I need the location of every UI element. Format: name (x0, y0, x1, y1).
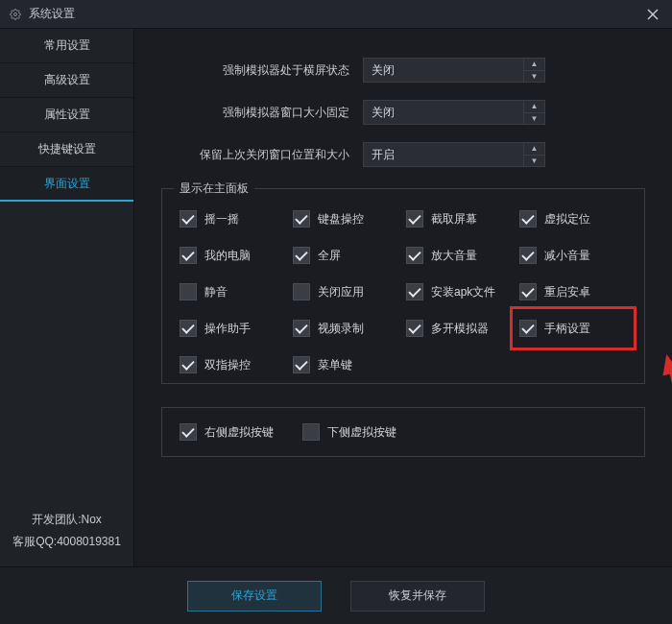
check-label: 菜单键 (318, 357, 352, 373)
chevron-down-icon[interactable]: ▼ (524, 71, 544, 83)
checkbox-icon[interactable] (180, 283, 197, 300)
landscape-value: 关闭 (372, 62, 395, 79)
check-item-2[interactable]: 截取屏幕 (406, 210, 514, 228)
check-item-1[interactable]: 键盘操控 (293, 210, 400, 228)
check-item-4[interactable]: 我的电脑 (180, 247, 287, 264)
check-item-16[interactable]: 双指操控 (180, 356, 287, 373)
sidebar-item-0[interactable]: 常用设置 (0, 29, 133, 63)
sidebar: 常用设置高级设置属性设置快捷键设置界面设置 开发团队:Nox 客服QQ:4008… (0, 29, 134, 566)
virtual-keys-fieldset: 右侧虚拟按键下侧虚拟按键 (161, 407, 645, 457)
check-label: 多开模拟器 (431, 321, 489, 337)
checkbox-icon[interactable] (519, 320, 537, 337)
titlebar: 系统设置 (0, 0, 672, 29)
gear-icon (10, 9, 21, 20)
check-label: 下侧虚拟按键 (327, 424, 396, 441)
check-label: 关闭应用 (318, 284, 364, 300)
check-label: 操作助手 (204, 321, 251, 337)
save-label: 保存设置 (231, 588, 277, 604)
check-item-8[interactable]: 静音 (180, 283, 287, 300)
row-fixed-size: 强制模拟器窗口大小固定 关闭 ▲ ▼ (161, 100, 645, 125)
save-button[interactable]: 保存设置 (187, 581, 322, 612)
footer: 保存设置 恢复并保存 (0, 566, 672, 624)
check-label: 双指操控 (204, 357, 251, 373)
checkbox-icon[interactable] (406, 210, 423, 228)
checkbox-icon[interactable] (406, 283, 423, 300)
check-item-12[interactable]: 操作助手 (180, 320, 287, 337)
check-item-5[interactable]: 全屏 (293, 247, 400, 264)
close-button[interactable] (643, 5, 662, 24)
check-label: 手柄设置 (544, 321, 590, 337)
stepper-icon[interactable]: ▲ ▼ (523, 143, 544, 166)
checkbox-icon[interactable] (180, 247, 197, 264)
check-label: 全屏 (318, 248, 341, 264)
chevron-up-icon[interactable]: ▲ (524, 101, 544, 113)
check-item-15[interactable]: 手柄设置 (519, 320, 627, 337)
svg-line-3 (667, 357, 672, 538)
checkbox-icon[interactable] (293, 356, 310, 373)
check-label: 摇一摇 (204, 211, 239, 228)
check-item-6[interactable]: 放大音量 (406, 247, 514, 264)
fixed-size-value: 关闭 (372, 105, 395, 121)
chevron-down-icon[interactable]: ▼ (524, 156, 544, 167)
checkbox-icon[interactable] (180, 423, 197, 441)
sidebar-item-3[interactable]: 快捷键设置 (0, 132, 133, 167)
window-title: 系统设置 (29, 6, 75, 22)
bottom-check-1[interactable]: 下侧虚拟按键 (302, 423, 396, 441)
check-item-13[interactable]: 视频录制 (293, 320, 400, 337)
check-label: 安装apk文件 (431, 284, 495, 300)
checkbox-icon[interactable] (293, 247, 310, 264)
check-label: 视频录制 (318, 321, 364, 337)
checkbox-icon[interactable] (180, 320, 197, 337)
check-label: 静音 (204, 284, 228, 300)
svg-point-0 (14, 12, 17, 15)
chevron-up-icon[interactable]: ▲ (524, 59, 544, 71)
bottom-check-0[interactable]: 右侧虚拟按键 (180, 423, 274, 441)
checkbox-icon[interactable] (293, 320, 310, 337)
fixed-size-label: 强制模拟器窗口大小固定 (161, 105, 363, 121)
checkbox-icon[interactable] (180, 210, 197, 228)
check-label: 放大音量 (431, 248, 477, 264)
check-label: 右侧虚拟按键 (204, 424, 274, 441)
support-qq-label: 客服QQ:4008019381 (8, 531, 126, 553)
checkbox-icon[interactable] (293, 210, 310, 228)
row-remember-pos: 保留上次关闭窗口位置和大小 开启 ▲ ▼ (161, 142, 645, 167)
check-item-17[interactable]: 菜单键 (293, 356, 400, 373)
check-item-3[interactable]: 虚拟定位 (519, 210, 627, 228)
dev-team-label: 开发团队:Nox (8, 509, 126, 531)
checkbox-icon[interactable] (519, 210, 537, 228)
checkbox-icon[interactable] (406, 320, 423, 337)
chevron-down-icon[interactable]: ▼ (524, 113, 544, 125)
check-item-7[interactable]: 减小音量 (519, 247, 627, 264)
fieldset-legend: 显示在主面板 (174, 180, 254, 197)
checkbox-icon[interactable] (302, 423, 320, 441)
check-item-10[interactable]: 安装apk文件 (406, 283, 514, 300)
check-item-9[interactable]: 关闭应用 (293, 283, 400, 300)
check-label: 键盘操控 (318, 211, 364, 228)
checkbox-icon[interactable] (293, 283, 310, 300)
stepper-icon[interactable]: ▲ ▼ (523, 101, 544, 124)
checkbox-icon[interactable] (519, 283, 537, 300)
restore-button[interactable]: 恢复并保存 (350, 581, 485, 612)
restore-label: 恢复并保存 (389, 588, 446, 604)
main-panel-fieldset: 显示在主面板 摇一摇键盘操控截取屏幕虚拟定位我的电脑全屏放大音量减小音量静音关闭… (161, 188, 645, 384)
remember-pos-label: 保留上次关闭窗口位置和大小 (161, 147, 363, 163)
check-label: 我的电脑 (204, 248, 251, 264)
fixed-size-select[interactable]: 关闭 ▲ ▼ (363, 100, 545, 125)
check-label: 重启安卓 (544, 284, 590, 300)
chevron-up-icon[interactable]: ▲ (524, 143, 544, 156)
check-item-14[interactable]: 多开模拟器 (406, 320, 514, 337)
check-label: 虚拟定位 (544, 211, 590, 228)
sidebar-item-2[interactable]: 属性设置 (0, 98, 133, 132)
check-item-0[interactable]: 摇一摇 (180, 210, 287, 228)
check-item-11[interactable]: 重启安卓 (519, 283, 627, 300)
landscape-select[interactable]: 关闭 ▲ ▼ (363, 58, 545, 83)
checkbox-icon[interactable] (406, 247, 423, 264)
sidebar-item-4[interactable]: 界面设置 (0, 167, 133, 202)
sidebar-footer: 开发团队:Nox 客服QQ:4008019381 (0, 499, 133, 566)
main-panel: 强制模拟器处于横屏状态 关闭 ▲ ▼ 强制模拟器窗口大小固定 关闭 ▲ ▼ 保留… (134, 29, 672, 566)
checkbox-icon[interactable] (180, 356, 197, 373)
sidebar-item-1[interactable]: 高级设置 (0, 63, 133, 98)
checkbox-icon[interactable] (519, 247, 537, 264)
remember-pos-select[interactable]: 开启 ▲ ▼ (363, 142, 545, 167)
stepper-icon[interactable]: ▲ ▼ (523, 59, 544, 82)
